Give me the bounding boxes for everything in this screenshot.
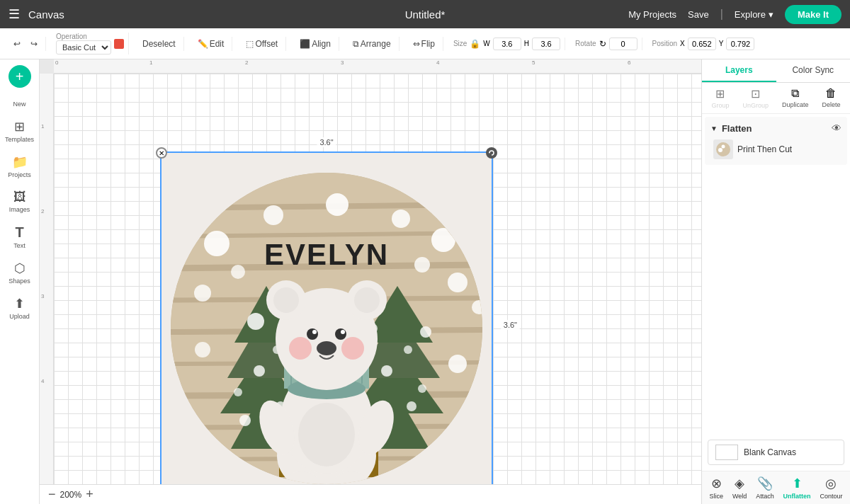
weld-button[interactable]: ◈ Weld xyxy=(732,476,747,500)
unflatten-label: Unflatten xyxy=(783,493,811,500)
zoom-in-button[interactable]: + xyxy=(86,487,94,502)
offset-icon: ⬚ xyxy=(246,39,254,49)
offset-button[interactable]: ⬚ Offset xyxy=(242,37,281,51)
pos-x-input[interactable] xyxy=(688,38,716,50)
deselect-button[interactable]: Deselect xyxy=(139,37,179,51)
contour-button[interactable]: ◎ Contour xyxy=(820,476,842,500)
group-action[interactable]: ⊞ Group xyxy=(711,87,729,109)
sidebar-item-new[interactable]: New xyxy=(3,96,37,112)
sidebar-text-label: Text xyxy=(13,242,26,249)
redo-button[interactable]: ↪ xyxy=(27,37,41,51)
make-it-button[interactable]: Make It xyxy=(785,5,842,24)
size-w-input[interactable] xyxy=(493,38,521,50)
tab-layers[interactable]: Layers xyxy=(702,59,776,82)
svg-point-70 xyxy=(335,328,346,340)
sidebar-item-upload[interactable]: ⬆ Upload xyxy=(3,292,37,324)
delete-action[interactable]: 🗑 Delete xyxy=(822,87,840,109)
align-icon: ⬛ xyxy=(300,39,310,49)
svg-marker-82 xyxy=(489,152,490,154)
ungroup-action[interactable]: ⊡ UnGroup xyxy=(742,87,769,109)
undo-button[interactable]: ↩ xyxy=(10,37,24,51)
plus-icon: + xyxy=(16,69,24,84)
attach-button[interactable]: 📎 Attach xyxy=(756,476,774,500)
svg-point-86 xyxy=(716,142,730,156)
zoom-value: 200% xyxy=(60,490,82,500)
images-icon: 🖼 xyxy=(13,190,26,205)
pos-y-input[interactable] xyxy=(726,38,754,50)
svg-point-75 xyxy=(341,337,364,360)
visibility-eye-icon[interactable]: 👁 xyxy=(832,122,842,134)
projects-icon: 📁 xyxy=(12,154,28,170)
svg-point-14 xyxy=(264,205,283,225)
flip-button[interactable]: ⇔ Flip xyxy=(409,37,438,51)
position-label: Position xyxy=(652,40,678,47)
svg-text:EVELYN: EVELYN xyxy=(264,238,389,271)
layers-list: ▼ Flatten 👁 Print Then Cut xyxy=(702,114,850,434)
position-group: Position X Y xyxy=(648,38,759,50)
explore-btn[interactable]: Explore ▾ xyxy=(735,9,774,20)
align-button[interactable]: ⬛ Align xyxy=(296,37,334,51)
svg-point-71 xyxy=(312,330,317,334)
contour-label: Contour xyxy=(820,493,842,500)
new-button[interactable]: + xyxy=(8,65,31,88)
ungroup-label: UnGroup xyxy=(742,102,769,109)
text-icon: T xyxy=(15,224,23,241)
blank-canvas-preview xyxy=(715,445,738,460)
edit-group: ✏️ Edit xyxy=(190,37,233,51)
layer-thumbnail xyxy=(713,139,733,159)
slice-button[interactable]: ⊗ Slice xyxy=(709,476,723,500)
unflatten-icon: ⬆ xyxy=(792,476,803,491)
svg-point-41 xyxy=(418,384,426,393)
close-handle[interactable]: ✕ xyxy=(156,147,167,159)
edit-button[interactable]: ✏️ Edit xyxy=(194,37,228,51)
flatten-header[interactable]: ▼ Flatten 👁 xyxy=(708,120,844,137)
unflatten-button[interactable]: ⬆ Unflatten xyxy=(783,476,811,500)
svg-point-40 xyxy=(404,345,412,354)
sidebar-item-shapes[interactable]: ⬡ Shapes xyxy=(3,256,37,289)
rotate-input[interactable] xyxy=(609,38,638,50)
sidebar-item-templates[interactable]: ⊞ Templates xyxy=(3,115,37,147)
arrange-label: Arrange xyxy=(361,39,391,49)
svg-point-74 xyxy=(289,337,312,360)
sidebar-item-projects[interactable]: 📁 Projects xyxy=(3,150,37,183)
svg-point-20 xyxy=(231,265,245,279)
blank-canvas-button[interactable]: Blank Canvas xyxy=(708,440,844,465)
svg-point-43 xyxy=(420,326,431,338)
my-projects-link[interactable]: My Projects xyxy=(628,9,676,20)
zoom-bar: − 200% + xyxy=(40,484,701,504)
svg-point-21 xyxy=(414,257,430,273)
arrange-group: ⧉ Arrange xyxy=(345,37,400,51)
operation-label: Operation xyxy=(56,33,111,40)
dimension-label-vertical: 3.6" xyxy=(501,320,520,330)
svg-point-15 xyxy=(326,193,348,216)
tab-color-sync[interactable]: Color Sync xyxy=(776,59,851,82)
layer-name: Print Then Cut xyxy=(737,144,792,154)
operation-select[interactable]: Basic Cut xyxy=(56,40,111,55)
sidebar-item-images[interactable]: 🖼 Images xyxy=(3,185,37,217)
sidebar-item-text[interactable]: T Text xyxy=(3,220,37,253)
doc-title[interactable]: Untitled* xyxy=(405,8,446,21)
svg-point-73 xyxy=(317,341,336,355)
size-h-input[interactable] xyxy=(532,38,560,50)
svg-point-77 xyxy=(247,313,264,330)
sidebar-new-label: New xyxy=(13,101,26,108)
chevron-down-icon: ▾ xyxy=(769,9,774,20)
canvas-area[interactable]: 0 1 2 3 4 5 6 1 2 3 4 xyxy=(40,59,701,504)
hamburger-icon[interactable]: ☰ xyxy=(8,6,20,22)
rotate-handle[interactable] xyxy=(486,147,497,159)
save-link[interactable]: Save xyxy=(688,9,709,20)
delete-label: Delete xyxy=(822,101,840,108)
canvas-container[interactable]: EVELYN ✕ xyxy=(54,74,701,484)
layer-item[interactable]: Print Then Cut xyxy=(708,137,844,162)
contour-icon: ◎ xyxy=(825,476,837,491)
svg-point-79 xyxy=(448,355,467,373)
attach-label: Attach xyxy=(756,493,774,500)
svg-point-31 xyxy=(234,388,242,396)
ruler-v-1: 1 xyxy=(41,123,44,130)
zoom-out-button[interactable]: − xyxy=(48,487,56,502)
arrange-icon: ⧉ xyxy=(353,39,359,49)
arrange-button[interactable]: ⧉ Arrange xyxy=(349,37,395,51)
ruler-v-3: 3 xyxy=(41,293,44,299)
duplicate-action[interactable]: ⧉ Duplicate xyxy=(782,87,809,109)
svg-point-80 xyxy=(195,342,210,357)
